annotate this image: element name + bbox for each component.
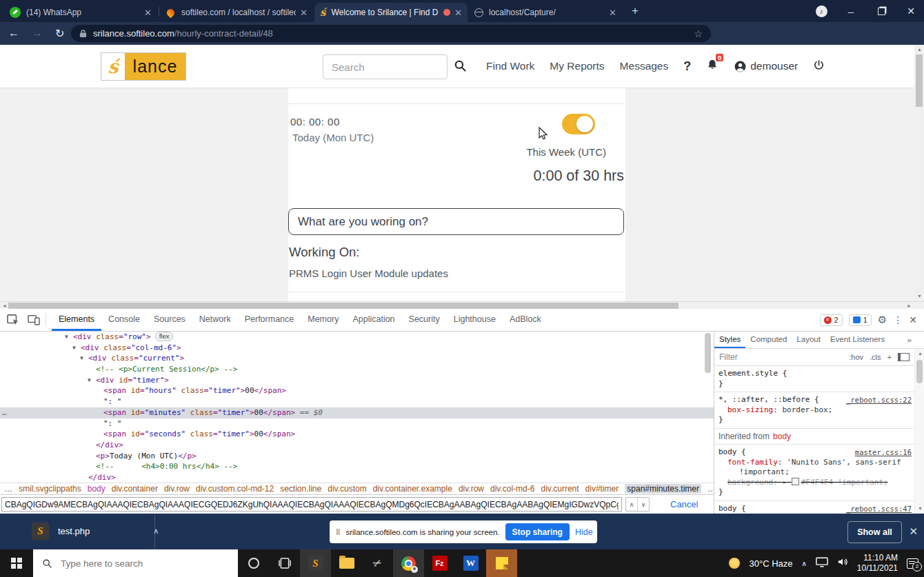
- task-view-button[interactable]: [269, 549, 300, 577]
- css-property[interactable]: box-sizing: border-box;: [719, 405, 912, 416]
- inherited-node-link[interactable]: body: [773, 432, 791, 441]
- taskbar-search[interactable]: [33, 549, 238, 577]
- breadcrumb-item[interactable]: …: [707, 484, 714, 494]
- tab-close-icon[interactable]: ✕: [144, 8, 152, 18]
- css-property[interactable]: background: ▸ #F4F4F4 !important;: [719, 478, 912, 488]
- media-controls-button[interactable]: ♪: [814, 0, 829, 22]
- scroll-up-icon[interactable]: ▲: [918, 350, 923, 357]
- scroll-down-icon[interactable]: ▼: [917, 293, 922, 300]
- styles-scrollbar[interactable]: ▲ ▼: [914, 349, 924, 514]
- task-input[interactable]: [288, 208, 624, 235]
- address-bar[interactable]: srilance.softileo.com /hourly-contract-d…: [71, 25, 711, 42]
- dom-tree-line[interactable]: </div>: [0, 472, 714, 483]
- tab-sources[interactable]: Sources: [147, 309, 192, 331]
- stylesheet-link[interactable]: _reboot.scss:22: [846, 395, 912, 405]
- volume-icon[interactable]: [837, 557, 848, 569]
- filezilla-button[interactable]: Fz: [424, 549, 455, 577]
- styles-filter-input[interactable]: Filter: [719, 352, 738, 362]
- expand-arrow-icon[interactable]: ▼: [72, 343, 76, 354]
- sidebar-panel-icon[interactable]: [898, 353, 910, 361]
- snipping-tool-button[interactable]: ✂: [362, 549, 393, 577]
- find-next-icon[interactable]: ∨: [638, 498, 649, 511]
- sticky-notes-button[interactable]: [486, 549, 517, 577]
- start-button[interactable]: [0, 549, 33, 577]
- page-horizontal-scrollbar[interactable]: ◄ ►: [0, 301, 924, 309]
- shelf-close-icon[interactable]: ✕: [909, 525, 918, 538]
- download-item[interactable]: S test.php ∧: [32, 523, 159, 540]
- hide-sharing-link[interactable]: Hide: [575, 527, 593, 537]
- tab-elements[interactable]: Elements: [52, 309, 101, 331]
- search-icon[interactable]: [454, 59, 467, 75]
- weather-icon[interactable]: [729, 558, 740, 569]
- scroll-down-icon[interactable]: ▼: [918, 505, 923, 512]
- new-tab-button[interactable]: +: [632, 4, 639, 18]
- tab-whatsapp[interactable]: (14) WhatsApp ✕: [4, 3, 157, 22]
- new-style-rule-button[interactable]: +: [887, 353, 892, 361]
- nav-messages[interactable]: Messages: [620, 60, 669, 72]
- file-explorer-button[interactable]: [331, 549, 362, 577]
- scrollbar-thumb[interactable]: [8, 303, 679, 309]
- window-close-button[interactable]: ✕: [902, 0, 920, 22]
- sublime-taskbar-button[interactable]: S: [300, 549, 331, 577]
- devtools-settings-icon[interactable]: ⚙: [878, 314, 887, 326]
- nav-my-reports[interactable]: My Reports: [550, 60, 604, 72]
- breadcrumb-item[interactable]: div.container.example: [373, 484, 452, 494]
- bookmark-star-icon[interactable]: ☆: [694, 28, 703, 39]
- more-tabs-icon[interactable]: »: [907, 332, 924, 348]
- help-icon[interactable]: ?: [683, 59, 691, 74]
- dom-tree-line[interactable]: ▼<div class="col-md-6">: [0, 343, 714, 354]
- window-minimize-button[interactable]: –: [843, 0, 859, 22]
- breadcrumb-item[interactable]: span#minutes.timer: [625, 484, 701, 494]
- find-previous-icon[interactable]: ∧: [626, 498, 638, 511]
- dom-tree-scrollbar[interactable]: [705, 333, 711, 373]
- scrollbar-thumb[interactable]: [916, 360, 923, 383]
- logout-button[interactable]: [813, 59, 825, 74]
- dom-tree-line[interactable]: </div>: [0, 440, 714, 451]
- device-toolbar-icon[interactable]: [28, 314, 40, 325]
- toggle-hover-button[interactable]: :hov: [849, 353, 863, 361]
- inspect-element-icon[interactable]: [7, 314, 19, 326]
- srilance-logo[interactable]: ś lance: [101, 52, 186, 81]
- tracking-toggle[interactable]: [562, 114, 595, 134]
- taskbar-search-input[interactable]: [59, 558, 214, 569]
- breadcrumb-item[interactable]: div.custom: [328, 484, 366, 494]
- site-search-input[interactable]: [323, 54, 448, 79]
- tab-close-icon[interactable]: ✕: [454, 8, 462, 18]
- forward-icon[interactable]: →: [32, 27, 43, 39]
- back-icon[interactable]: ←: [8, 27, 19, 39]
- tab-event-listeners[interactable]: Event Listeners: [825, 332, 890, 348]
- page-vertical-scrollbar[interactable]: ▲ ▼: [914, 45, 924, 301]
- find-cancel-button[interactable]: Cancel: [670, 499, 698, 509]
- dom-tree-line[interactable]: <!-- <h4>0:00 hrs</h4> -->: [0, 461, 714, 472]
- notifications-bell[interactable]: 0: [706, 59, 719, 74]
- word-button[interactable]: W: [455, 549, 486, 577]
- tab-layout[interactable]: Layout: [792, 332, 825, 348]
- scroll-up-icon[interactable]: ▲: [917, 46, 922, 53]
- cortana-button[interactable]: [238, 549, 269, 577]
- tab-network[interactable]: Network: [192, 309, 238, 331]
- tab-computed[interactable]: Computed: [745, 332, 792, 348]
- dom-tree-line[interactable]: ": ": [0, 396, 714, 407]
- weather-text[interactable]: 30°C Haze: [749, 558, 792, 569]
- dom-tree-line[interactable]: ▼<div id="timer">: [0, 375, 714, 386]
- dom-tree-line[interactable]: ▼<div class="row">flex: [0, 332, 714, 343]
- breadcrumb-item[interactable]: …: [4, 484, 12, 494]
- dom-tree-line[interactable]: ▼<div class="current">: [0, 353, 714, 364]
- tray-expand-icon[interactable]: ∧: [802, 560, 807, 567]
- dom-tree-line[interactable]: ": ": [0, 418, 714, 429]
- expand-arrow-icon[interactable]: ▼: [80, 353, 83, 364]
- action-center-button[interactable]: 2: [907, 558, 918, 569]
- css-property[interactable]: font-family: 'Nunito Sans', sans-serif !…: [719, 458, 912, 478]
- tab-softileo[interactable]: softileo.com / localhost / softileo ✕: [160, 3, 313, 22]
- breadcrumb-item[interactable]: div.container: [112, 484, 158, 494]
- breadcrumb-item[interactable]: div.current: [541, 484, 579, 494]
- dom-tree-line[interactable]: <!-- <p>Current Session</p> -->: [0, 364, 714, 375]
- tab-security[interactable]: Security: [402, 309, 447, 331]
- console-messages-badge[interactable]: 1: [849, 314, 872, 326]
- flex-badge[interactable]: flex: [155, 332, 174, 341]
- reload-icon[interactable]: ↻: [55, 27, 64, 40]
- breadcrumb-item[interactable]: div.row: [164, 484, 190, 494]
- dom-tree-line[interactable]: …<span id="minutes" class="timer">00</sp…: [0, 407, 714, 418]
- stylesheet-link[interactable]: _reboot.scss:47: [846, 504, 912, 514]
- console-errors-badge[interactable]: ✕ 2: [820, 314, 843, 326]
